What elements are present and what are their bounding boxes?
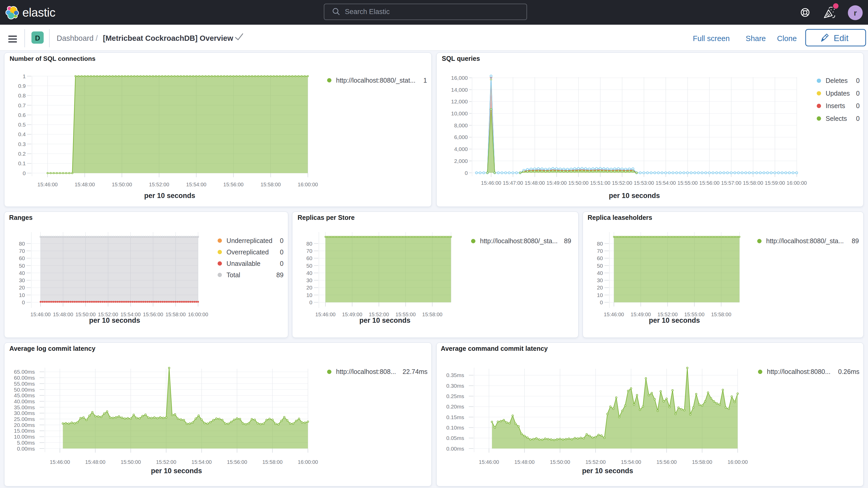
svg-text:15:58:00: 15:58:00 (260, 182, 281, 187)
svg-text:1: 1 (23, 73, 26, 79)
svg-text:80: 80 (306, 241, 312, 247)
svg-text:http://localhost:8080/_sta...: http://localhost:8080/_sta... (480, 237, 558, 245)
svg-text:Unavailable: Unavailable (227, 260, 261, 267)
svg-text:15:58:00: 15:58:00 (711, 311, 731, 317)
svg-text:15:48:00: 15:48:00 (53, 311, 73, 317)
svg-text:per 10 seconds: per 10 seconds (649, 316, 700, 324)
svg-text:15:53:00: 15:53:00 (634, 180, 654, 186)
svg-text:http://localhost:8080/_sta...: http://localhost:8080/_sta... (766, 237, 844, 245)
svg-text:Edit: Edit (834, 33, 848, 43)
svg-text:15:47:00: 15:47:00 (503, 180, 523, 186)
svg-text:Selects: Selects (826, 115, 847, 122)
svg-text:http://localhost:808...: http://localhost:808... (336, 368, 396, 375)
svg-text:16,000: 16,000 (451, 75, 468, 81)
svg-text:15:52:00: 15:52:00 (612, 180, 632, 186)
svg-text:15:54:00: 15:54:00 (191, 459, 212, 465)
svg-text:15:54:00: 15:54:00 (186, 182, 206, 187)
svg-text:45.00ms: 45.00ms (14, 392, 35, 398)
svg-text:50: 50 (306, 263, 312, 269)
svg-text:Ranges: Ranges (9, 214, 32, 221)
svg-text:0.5: 0.5 (18, 122, 26, 128)
svg-text:12,000: 12,000 (451, 98, 468, 104)
svg-text:15:56:00: 15:56:00 (699, 180, 720, 186)
svg-text:60: 60 (306, 255, 312, 261)
svg-text:0.15ms: 0.15ms (446, 414, 464, 420)
svg-text:10,000: 10,000 (451, 111, 468, 116)
svg-text:50: 50 (19, 263, 25, 269)
svg-text:15:58:00: 15:58:00 (692, 459, 712, 465)
svg-text:10: 10 (306, 292, 312, 298)
svg-text:89: 89 (564, 237, 571, 245)
svg-text:0.25ms: 0.25ms (446, 393, 464, 399)
svg-text:15:48:00: 15:48:00 (85, 459, 105, 465)
svg-text:0: 0 (309, 299, 312, 305)
svg-text:per 10 seconds: per 10 seconds (89, 316, 140, 324)
svg-text:10: 10 (597, 292, 603, 298)
svg-text:http://localhost:8080...: http://localhost:8080... (767, 368, 831, 375)
svg-text:0: 0 (856, 115, 860, 122)
svg-text:15:50:00: 15:50:00 (550, 459, 570, 465)
svg-text:40: 40 (19, 270, 25, 276)
svg-text:20.00ms: 20.00ms (14, 422, 35, 428)
svg-text:0.2: 0.2 (18, 151, 26, 157)
svg-text:0.35ms: 0.35ms (446, 372, 464, 378)
svg-text:Updates: Updates (826, 90, 850, 97)
svg-text:elastic: elastic (22, 6, 55, 19)
svg-text:6,000: 6,000 (454, 134, 468, 140)
svg-text:15:58:00: 15:58:00 (165, 311, 186, 317)
svg-text:Dashboard: Dashboard (57, 34, 94, 42)
svg-text:/: / (96, 34, 98, 42)
svg-text:89: 89 (851, 237, 859, 245)
svg-text:15:46:00: 15:46:00 (30, 311, 51, 317)
svg-text:0: 0 (280, 237, 283, 244)
svg-text:15:46:00: 15:46:00 (481, 180, 501, 186)
svg-text:15:54:00: 15:54:00 (656, 180, 676, 186)
svg-text:Full screen: Full screen (693, 34, 730, 42)
svg-text:30: 30 (19, 277, 25, 283)
svg-text:15:49:00: 15:49:00 (631, 311, 651, 317)
svg-text:15:50:00: 15:50:00 (568, 180, 589, 186)
svg-text:D: D (35, 34, 40, 42)
svg-text:10.00ms: 10.00ms (14, 434, 35, 440)
svg-text:Replicas per Store: Replicas per Store (298, 214, 355, 221)
svg-text:Inserts: Inserts (826, 102, 845, 110)
svg-text:15:58:00: 15:58:00 (422, 311, 442, 317)
svg-text:15:51:00: 15:51:00 (590, 180, 611, 186)
svg-text:0.00ms: 0.00ms (17, 446, 35, 452)
svg-text:8,000: 8,000 (454, 122, 468, 128)
svg-text:15.00ms: 15.00ms (14, 428, 35, 434)
svg-text:15:54:00: 15:54:00 (621, 459, 641, 465)
svg-text:[Metricbeat CockroachDB] Overv: [Metricbeat CockroachDB] Overview (103, 34, 234, 42)
svg-text:40: 40 (597, 270, 603, 276)
svg-text:15:56:00: 15:56:00 (143, 311, 163, 317)
svg-text:per 10 seconds: per 10 seconds (582, 467, 633, 475)
svg-text:80: 80 (597, 241, 603, 247)
svg-text:0.1: 0.1 (18, 160, 26, 166)
svg-text:16:00:00: 16:00:00 (298, 182, 318, 187)
svg-text:15:52:00: 15:52:00 (156, 459, 176, 465)
svg-text:0: 0 (23, 170, 26, 176)
svg-text:SQL queries: SQL queries (442, 55, 480, 62)
svg-text:15:56:00: 15:56:00 (223, 182, 244, 187)
svg-text:50: 50 (597, 263, 603, 269)
svg-text:20: 20 (306, 284, 312, 291)
svg-text:0: 0 (22, 299, 25, 305)
svg-text:20: 20 (19, 284, 25, 291)
svg-text:15:58:00: 15:58:00 (262, 459, 282, 465)
svg-text:0.3: 0.3 (18, 141, 26, 147)
svg-text:15:46:00: 15:46:00 (604, 311, 624, 317)
svg-text:0.20ms: 0.20ms (446, 403, 464, 409)
svg-text:15:46:00: 15:46:00 (37, 182, 58, 187)
svg-text:15:48:00: 15:48:00 (74, 182, 95, 187)
svg-text:4,000: 4,000 (454, 146, 468, 152)
svg-text:0.4: 0.4 (18, 131, 26, 137)
svg-text:15:49:00: 15:49:00 (547, 180, 567, 186)
svg-text:15:46:00: 15:46:00 (50, 459, 70, 465)
svg-text:Clone: Clone (777, 34, 797, 42)
svg-text:15:57:00: 15:57:00 (721, 180, 741, 186)
svg-text:0.10ms: 0.10ms (446, 425, 464, 431)
svg-text:15:58:00: 15:58:00 (743, 180, 763, 186)
svg-text:40.00ms: 40.00ms (14, 398, 35, 404)
svg-text:15:55:00: 15:55:00 (678, 180, 698, 186)
svg-text:per 10 seconds: per 10 seconds (360, 316, 411, 324)
